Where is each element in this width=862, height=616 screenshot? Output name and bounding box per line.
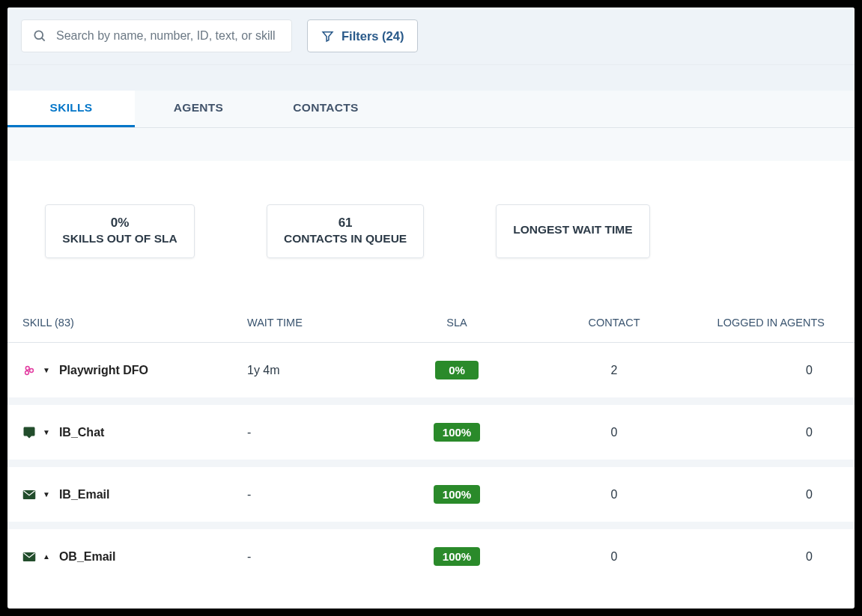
row-gap [7, 460, 855, 467]
wait-time-cell: - [247, 488, 382, 501]
sla-badge: 100% [434, 423, 480, 442]
search-box[interactable] [21, 19, 292, 52]
contact-cell: 0 [532, 488, 696, 501]
sla-cell: 100% [382, 547, 532, 566]
top-bar-spacer [7, 65, 855, 91]
search-icon [32, 28, 47, 43]
svg-point-0 [34, 31, 43, 39]
outbound-arrow-icon: ▲ [43, 552, 50, 561]
skill-cell: ▲ OB_Email [22, 550, 247, 564]
skill-name: OB_Email [59, 550, 116, 564]
contact-cell: 2 [532, 364, 696, 377]
svg-point-5 [25, 370, 29, 374]
tab-skills[interactable]: SKILLS [7, 91, 135, 127]
inbound-arrow-icon: ▼ [43, 428, 50, 436]
metric-label: SKILLS OUT OF SLA [62, 232, 177, 246]
sla-cell: 100% [382, 423, 532, 442]
table-header: SKILL (83) WAIT TIME SLA CONTACT LOGGED … [7, 303, 855, 343]
agents-cell: 0 [696, 426, 840, 439]
metric-value: 61 [284, 216, 407, 231]
col-wait-time[interactable]: WAIT TIME [247, 317, 382, 329]
table-row[interactable]: ▲ OB_Email - 100% 0 0 [7, 529, 855, 584]
tab-spacer [7, 128, 855, 161]
skill-name: IB_Chat [59, 426, 104, 439]
sla-badge: 100% [434, 485, 480, 504]
tab-agents[interactable]: AGENTS [135, 91, 262, 127]
sla-badge: 100% [434, 547, 480, 566]
agents-cell: 0 [696, 488, 840, 501]
svg-point-4 [30, 368, 34, 372]
col-logged-in-agents[interactable]: LOGGED IN AGENTS [696, 317, 840, 329]
tabs-bar: SKILLS AGENTS CONTACTS [7, 91, 855, 128]
skill-name: IB_Email [59, 488, 110, 501]
chat-bubble-icon [22, 426, 36, 439]
skill-name: Playwright DFO [59, 364, 148, 377]
inbound-arrow-icon: ▼ [43, 490, 50, 498]
search-input[interactable] [56, 29, 281, 43]
sla-cell: 100% [382, 485, 532, 504]
email-icon [22, 552, 36, 562]
wait-time-cell: 1y 4m [247, 364, 382, 377]
chat-dfo-icon [22, 364, 36, 377]
inbound-arrow-icon: ▼ [43, 366, 50, 374]
filters-button[interactable]: Filters (24) [307, 19, 418, 52]
table-row[interactable]: ▼ Playwright DFO 1y 4m 0% 2 0 [7, 343, 855, 397]
metric-skills-out-of-sla[interactable]: 0% SKILLS OUT OF SLA [45, 204, 195, 258]
agents-cell: 0 [696, 550, 840, 564]
row-gap [7, 397, 855, 405]
app-window: Filters (24) SKILLS AGENTS CONTACTS 0% S… [7, 7, 855, 609]
filter-icon [321, 30, 334, 43]
top-bar: Filters (24) [7, 7, 855, 65]
metrics-region: 0% SKILLS OUT OF SLA 61 CONTACTS IN QUEU… [7, 161, 855, 303]
table-row[interactable]: ▼ IB_Chat - 100% 0 0 [7, 405, 855, 460]
filters-label: Filters (24) [342, 29, 404, 43]
svg-point-3 [25, 366, 29, 370]
metric-label: LONGEST WAIT TIME [513, 223, 632, 237]
col-skill[interactable]: SKILL (83) [22, 317, 247, 329]
contact-cell: 0 [532, 426, 696, 439]
svg-line-1 [42, 38, 45, 41]
skill-cell: ▼ IB_Email [22, 488, 247, 501]
tab-contacts[interactable]: CONTACTS [262, 91, 389, 127]
skills-table: SKILL (83) WAIT TIME SLA CONTACT LOGGED … [7, 303, 855, 584]
col-contact[interactable]: CONTACT [532, 317, 696, 329]
skill-cell: ▼ Playwright DFO [22, 364, 247, 377]
skill-cell: ▼ IB_Chat [22, 426, 247, 439]
col-sla[interactable]: SLA [382, 317, 532, 329]
sla-badge: 0% [435, 361, 479, 379]
sla-cell: 0% [382, 361, 532, 379]
metric-longest-wait-time[interactable]: LONGEST WAIT TIME [496, 204, 649, 258]
row-gap [7, 522, 855, 529]
contact-cell: 0 [532, 550, 696, 564]
metric-value: 0% [62, 216, 177, 231]
agents-cell: 0 [696, 364, 840, 377]
wait-time-cell: - [247, 426, 382, 439]
wait-time-cell: - [247, 550, 382, 564]
metric-contacts-in-queue[interactable]: 61 CONTACTS IN QUEUE [267, 204, 424, 258]
metric-label: CONTACTS IN QUEUE [284, 232, 407, 246]
table-row[interactable]: ▼ IB_Email - 100% 0 0 [7, 467, 855, 522]
svg-marker-2 [323, 31, 333, 40]
email-icon [22, 490, 36, 500]
